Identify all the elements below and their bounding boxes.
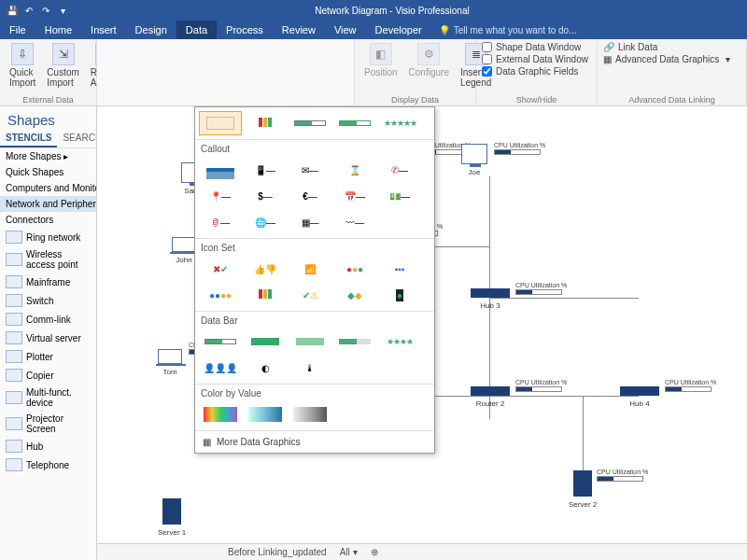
shape-copier[interactable]: Copier bbox=[0, 366, 96, 385]
callout-chip[interactable]: ▦— bbox=[289, 210, 331, 234]
shape-mainframe[interactable]: Mainframe bbox=[0, 273, 96, 291]
window-title: Network Diagram - Visio Professional bbox=[75, 6, 710, 16]
sheet-all[interactable]: All ▾ bbox=[340, 547, 358, 557]
iconset-dark[interactable]: ● bbox=[378, 283, 421, 307]
tab-design[interactable]: Design bbox=[126, 21, 176, 39]
tab-data[interactable]: Data bbox=[176, 21, 217, 39]
cpu-joe: CPU Utilization % bbox=[494, 142, 545, 155]
quick-shapes-item[interactable]: Quick Shapes bbox=[0, 164, 96, 180]
external-data-window-check[interactable]: External Data Window bbox=[482, 53, 591, 65]
hub-icon bbox=[6, 440, 22, 453]
customize-qa-icon[interactable]: ▾ bbox=[56, 4, 69, 17]
progress-option-1[interactable] bbox=[289, 111, 331, 135]
redo-icon[interactable]: ↷ bbox=[39, 4, 52, 17]
databar-4[interactable] bbox=[333, 329, 376, 354]
callout-hourglass[interactable]: ⌛ bbox=[333, 158, 376, 182]
callout-phone[interactable]: 📱— bbox=[244, 158, 287, 182]
callout-database[interactable]: 🛢— bbox=[199, 210, 242, 234]
callout-globe[interactable]: 🌐— bbox=[244, 210, 287, 234]
tell-me-search[interactable]: 💡Tell me what you want to do... bbox=[431, 21, 747, 39]
shape-projector-screen[interactable]: Projector Screen bbox=[0, 411, 96, 437]
node-john[interactable]: John bbox=[172, 237, 196, 264]
tab-process[interactable]: Process bbox=[217, 21, 273, 39]
node-joe[interactable]: Joe bbox=[461, 144, 487, 176]
iconset-warn[interactable]: ✔⚠ bbox=[289, 283, 331, 307]
quick-import-button[interactable]: ⇩Quick Import bbox=[6, 41, 39, 90]
virtual-server-icon bbox=[6, 331, 22, 344]
new-sheet-button[interactable]: ⊕ bbox=[371, 547, 378, 557]
shape-ring-network[interactable]: Ring network bbox=[0, 228, 96, 246]
advanced-data-graphics-button[interactable]: ▦Advanced Data Graphics ▾ bbox=[603, 53, 740, 65]
node-router2[interactable]: Router 2 bbox=[471, 386, 510, 408]
link-data-button[interactable]: 🔗Link Data bbox=[603, 41, 740, 53]
tab-home[interactable]: Home bbox=[35, 21, 81, 39]
tab-insert[interactable]: Insert bbox=[81, 21, 126, 39]
databar-gauge[interactable]: ◐ bbox=[244, 356, 287, 380]
configure-button[interactable]: ⚙Configure bbox=[405, 41, 453, 90]
flags-option-1[interactable] bbox=[244, 111, 287, 135]
tab-file[interactable]: File bbox=[0, 21, 35, 39]
tab-view[interactable]: View bbox=[325, 21, 366, 39]
tab-developer[interactable]: Developer bbox=[366, 21, 431, 39]
iconset-thumbs[interactable]: 👍👎 bbox=[244, 257, 287, 281]
stars-option-1[interactable]: ★★★★★ bbox=[378, 111, 421, 135]
color-gray[interactable] bbox=[289, 402, 331, 427]
node-server2[interactable]: Server 2 bbox=[569, 470, 597, 509]
color-blue[interactable] bbox=[244, 402, 287, 427]
callout-pulse[interactable]: 〰— bbox=[333, 210, 376, 234]
more-data-graphics[interactable]: ▦More Data Graphics bbox=[195, 431, 434, 453]
connectors-stencil[interactable]: Connectors bbox=[0, 212, 96, 228]
iconset-wifi[interactable]: 📶 bbox=[289, 257, 331, 281]
callout-calendar[interactable]: 📅— bbox=[333, 184, 376, 208]
shape-virtual-server[interactable]: Virtual server bbox=[0, 329, 96, 347]
iconset-circles[interactable]: ●●●● bbox=[199, 283, 242, 307]
callout-mail[interactable]: ✉— bbox=[289, 158, 331, 182]
drawing-canvas[interactable]: Sarah CPU Utilization % Jamie CPU Utiliz… bbox=[97, 106, 747, 560]
shape-multifunction[interactable]: Multi-funct. device bbox=[0, 385, 96, 411]
custom-import-button[interactable]: ⇲Custom Import bbox=[43, 41, 82, 90]
callout-euro[interactable]: €— bbox=[289, 184, 331, 208]
iconset-flags2[interactable] bbox=[244, 283, 287, 307]
shape-plotter[interactable]: Plotter bbox=[0, 347, 96, 366]
iconset-traffic[interactable]: ●●● bbox=[333, 257, 376, 281]
databar-2[interactable] bbox=[244, 329, 287, 354]
iconset-boxes[interactable]: ▪▪▪ bbox=[378, 257, 421, 281]
data-graphic-fields-check[interactable]: Data Graphic Fields bbox=[482, 65, 591, 77]
databar-thermo[interactable]: 🌡 bbox=[289, 356, 331, 380]
shape-data-window-check[interactable]: Shape Data Window bbox=[482, 41, 591, 53]
node-hub4[interactable]: Hub 4 bbox=[620, 386, 659, 408]
save-icon[interactable]: 💾 bbox=[6, 4, 19, 17]
undo-icon[interactable]: ↶ bbox=[22, 4, 35, 17]
databar-3[interactable] bbox=[289, 329, 331, 354]
callout-section-label: Callout bbox=[195, 142, 434, 156]
more-shapes-item[interactable]: More Shapes ▸ bbox=[0, 148, 96, 164]
no-graphic-option[interactable] bbox=[199, 111, 242, 135]
position-button[interactable]: ◧Position bbox=[360, 41, 402, 90]
iconset-check[interactable]: ✖✔ bbox=[199, 257, 242, 281]
shape-comm-link[interactable]: Comm-link bbox=[0, 310, 96, 329]
node-server1[interactable]: Server 1 bbox=[158, 498, 186, 537]
callout-location[interactable]: 📍— bbox=[199, 184, 242, 208]
tab-review[interactable]: Review bbox=[273, 21, 325, 39]
progress-option-2[interactable] bbox=[333, 111, 376, 135]
shape-wireless-ap[interactable]: Wireless access point bbox=[0, 246, 96, 273]
search-tab[interactable]: SEARCH bbox=[57, 130, 97, 147]
color-spectrum[interactable] bbox=[199, 402, 242, 427]
databar-stars[interactable]: ★★★★ bbox=[378, 329, 421, 354]
network-stencil[interactable]: Network and Peripherals bbox=[0, 196, 96, 212]
node-tom[interactable]: Tom bbox=[158, 349, 182, 376]
databar-1[interactable] bbox=[199, 329, 242, 354]
stencils-tab[interactable]: STENCILS bbox=[0, 130, 57, 147]
iconset-diamond[interactable]: ◆◆ bbox=[333, 283, 376, 307]
computers-stencil[interactable]: Computers and Monitors bbox=[0, 180, 96, 196]
callout-heading[interactable] bbox=[199, 158, 242, 182]
shape-telephone[interactable]: Telephone bbox=[0, 455, 96, 474]
node-hub3[interactable]: Hub 3 bbox=[471, 288, 510, 310]
shape-switch[interactable]: Switch bbox=[0, 291, 96, 310]
callout-money[interactable]: 💵— bbox=[378, 184, 421, 208]
databar-people[interactable]: 👤👤👤 bbox=[199, 356, 242, 380]
shape-hub[interactable]: Hub bbox=[0, 437, 96, 455]
sheet-tab-active[interactable]: Before Linking_updated bbox=[228, 547, 327, 557]
callout-phone2[interactable]: ✆— bbox=[378, 158, 421, 182]
callout-dollar[interactable]: $— bbox=[244, 184, 287, 208]
